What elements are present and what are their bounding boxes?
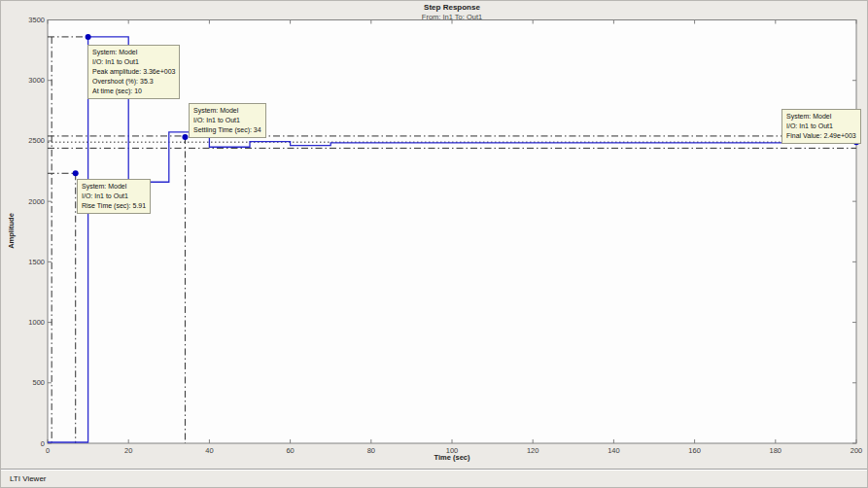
lti-viewer-window: 0204060801001201401601802000500100015002…: [0, 0, 868, 488]
datatip-line: System: Model: [92, 48, 175, 57]
plot-title: Step Response: [48, 3, 856, 12]
datatip-line: System: Model: [193, 106, 261, 116]
datatip-line: At time (sec): 10: [92, 87, 175, 96]
status-bar: LTI Viewer: [1, 469, 868, 488]
y-axis-label: Amplitude: [7, 192, 16, 270]
status-bar-text: LTI Viewer: [10, 474, 47, 483]
datatip-line: I/O: In1 to Out1: [82, 192, 146, 201]
datatip-final-value[interactable]: System: ModelI/O: In1 to Out1Final Value…: [781, 109, 861, 144]
x-axis-label: Time (sec): [48, 453, 856, 462]
datatip-line: I/O: In1 to Out1: [92, 57, 175, 67]
datatip-line: Peak amplitude: 3.36e+003: [92, 67, 175, 77]
y-tick-label: 3000: [28, 76, 45, 85]
curve-settling-time-marker[interactable]: [182, 134, 188, 140]
curve-peak-response-marker[interactable]: [86, 34, 91, 40]
datatip-line: Settling Time (sec): 34: [193, 125, 261, 135]
curve-rise-time-marker[interactable]: [73, 170, 79, 176]
y-tick-label: 0: [41, 439, 45, 448]
y-tick-label: 1500: [28, 258, 45, 266]
datatip-line: I/O: In1 to Out1: [193, 116, 261, 125]
datatip-rise-time[interactable]: System: ModelI/O: In1 to Out1Rise Time (…: [77, 179, 151, 214]
datatip-line: I/O: In1 to Out1: [786, 122, 856, 131]
datatip-line: System: Model: [786, 112, 856, 122]
datatip-line: Final Value: 2.49e+003: [786, 131, 856, 141]
datatip-settling-time[interactable]: System: ModelI/O: In1 to Out1Settling Ti…: [189, 103, 266, 138]
datatip-line: Rise Time (sec): 5.91: [82, 201, 146, 211]
datatip-peak-response[interactable]: System: ModelI/O: In1 to Out1Peak amplit…: [87, 45, 180, 99]
plot-subtitle: From: In1 To: Out1: [48, 13, 856, 21]
y-tick-label: 3500: [28, 16, 45, 24]
y-tick-label: 1000: [28, 318, 45, 327]
y-tick-label: 500: [32, 378, 45, 387]
datatip-line: Overshoot (%): 35.3: [92, 77, 175, 87]
y-tick-label: 2500: [28, 136, 45, 145]
step-response-figure: 0204060801001201401601802000500100015002…: [1, 1, 868, 469]
datatip-line: System: Model: [82, 182, 146, 192]
y-tick-label: 2000: [28, 197, 45, 206]
